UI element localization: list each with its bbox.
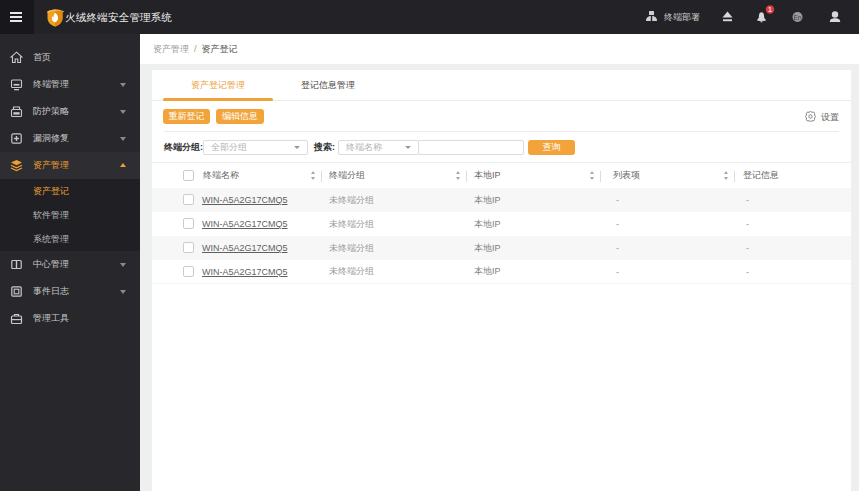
svg-text:En: En bbox=[794, 14, 802, 21]
svg-text:1: 1 bbox=[768, 5, 773, 14]
